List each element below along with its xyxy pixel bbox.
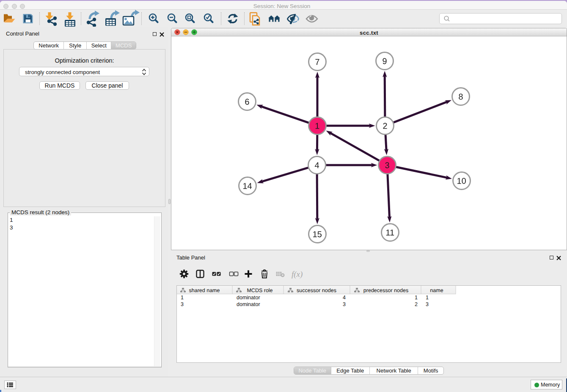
svg-text:predecessor nodes: predecessor nodes <box>363 287 408 293</box>
svg-text:f(x): f(x) <box>292 270 303 279</box>
svg-text:MCDS role: MCDS role <box>247 287 272 293</box>
svg-text:successor nodes: successor nodes <box>297 287 336 293</box>
svg-text:shared name: shared name <box>189 287 220 293</box>
svg-text:name: name <box>430 287 443 293</box>
